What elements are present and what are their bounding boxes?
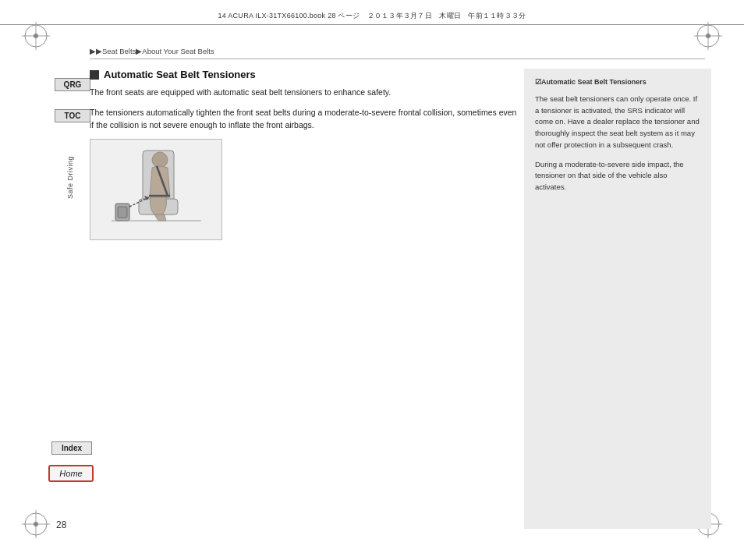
- title-icon-square: [90, 70, 99, 80]
- svg-rect-22: [118, 207, 127, 218]
- body-text-2: The tensioners automatically tighten the…: [90, 107, 518, 132]
- body-text-1: The front seats are equipped with automa…: [90, 87, 518, 99]
- toc-button[interactable]: TOC: [55, 109, 90, 122]
- top-header: 14 ACURA ILX-31TX66100.book 28 ページ ２０１３年…: [0, 11, 744, 25]
- main-content: Automatic Seat Belt Tensioners The front…: [90, 69, 518, 529]
- svg-point-3: [34, 34, 38, 38]
- right-panel-para-1: The seat belt tensioners can only operat…: [535, 94, 700, 151]
- svg-point-18: [152, 152, 168, 168]
- breadcrumb: ▶▶Seat Belts▶About Your Seat Belts: [90, 47, 705, 59]
- corner-mark-tl: [22, 22, 50, 50]
- right-panel-para-2: During a moderate-to-severe side impact,…: [535, 159, 700, 193]
- qrg-button[interactable]: QRG: [55, 78, 90, 91]
- right-panel-title-text: ☑Automatic Seat Belt Tensioners: [535, 78, 647, 86]
- home-button[interactable]: Home: [48, 465, 94, 482]
- svg-point-7: [706, 34, 710, 38]
- right-panel-title: ☑Automatic Seat Belt Tensioners: [535, 78, 700, 86]
- svg-point-11: [34, 522, 38, 526]
- seat-belt-illustration: [90, 139, 222, 240]
- corner-mark-bl: [22, 510, 50, 538]
- section-title: Automatic Seat Belt Tensioners: [104, 69, 256, 80]
- corner-mark-tr: [694, 22, 722, 50]
- page-number: 28: [56, 519, 66, 530]
- right-panel: ☑Automatic Seat Belt Tensioners The seat…: [524, 69, 711, 529]
- section-title-bar: Automatic Seat Belt Tensioners: [90, 69, 518, 80]
- index-button[interactable]: Index: [51, 441, 92, 455]
- safe-driving-label: Safe Driving: [66, 156, 74, 199]
- header-file-info: 14 ACURA ILX-31TX66100.book 28 ページ ２０１３年…: [218, 11, 526, 21]
